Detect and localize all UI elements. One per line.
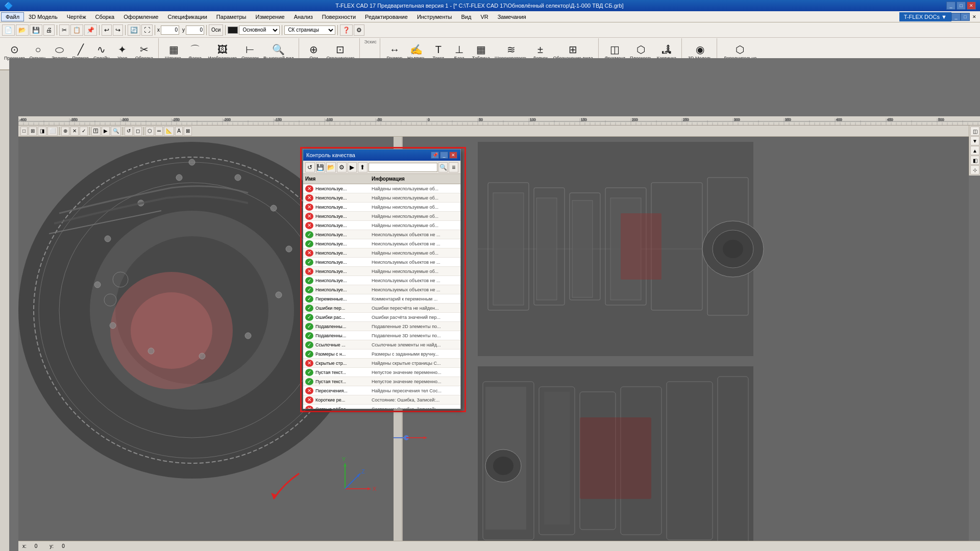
qdlg-play-button[interactable]: ▶ <box>348 162 357 172</box>
style-dropdown[interactable]: Основной <box>239 26 280 35</box>
vt-btn-8[interactable]: ⚿ <box>91 127 101 136</box>
vt-btn-11[interactable]: ↺ <box>125 127 133 136</box>
menu-file[interactable]: Файл <box>1 12 24 21</box>
menu-measure[interactable]: Измерение <box>251 12 289 21</box>
qdlg-search-button[interactable]: 🔍 <box>438 162 448 172</box>
settings-button[interactable]: ⚙ <box>354 24 364 36</box>
qdlg-filter-button[interactable]: ≡ <box>449 162 458 172</box>
rp-btn-1[interactable]: ◫ <box>970 127 979 136</box>
paste-button[interactable]: 📌 <box>84 24 97 36</box>
cut-button[interactable]: ✂ <box>59 24 69 36</box>
main-close[interactable]: ✕ <box>970 13 979 21</box>
dialog-pin-button[interactable]: 📌 <box>431 152 439 159</box>
quality-row-11[interactable]: ✓Неиспользуе...Неиспользуемых объектов н… <box>303 285 460 294</box>
y-input[interactable] <box>186 26 204 35</box>
quality-row-0[interactable]: ✕Неиспользуе...Найдены неиспользуемые об… <box>303 184 460 193</box>
menu-vr[interactable]: VR <box>476 12 493 21</box>
menu-assembly[interactable]: Сборка <box>91 12 119 21</box>
vt-btn-16[interactable]: A <box>175 127 183 136</box>
vt-btn-9[interactable]: ▶ <box>102 127 110 136</box>
undo-button[interactable]: ↩ <box>102 24 112 36</box>
quality-row-12[interactable]: ✓Переменные...Комментарий к переменным .… <box>303 294 460 304</box>
tflex-docs-tray[interactable]: T-FLEX DOCs ▼ <box>899 12 951 21</box>
quality-row-19[interactable]: ✕Скрытые стр...Найдены скрытые страницы … <box>303 359 460 368</box>
copy-button[interactable]: 📋 <box>70 24 83 36</box>
rp-btn-2[interactable]: ▼ <box>970 136 979 145</box>
view-refresh[interactable]: 🔄 <box>128 24 140 36</box>
dialog-close-button[interactable]: ✕ <box>449 152 457 159</box>
main-minimize[interactable]: _ <box>951 13 961 21</box>
quality-row-17[interactable]: ✓Ссылочные ...Ссылочные элементы не найд… <box>303 340 460 349</box>
quality-row-8[interactable]: ✓Неиспользуе...Неиспользуемых объектов н… <box>303 258 460 267</box>
print-button[interactable]: 🖨 <box>43 24 55 36</box>
qdlg-refresh-button[interactable]: ↺ <box>305 162 315 172</box>
quality-row-22[interactable]: ✕Пересечения...Найдены пересечения тел С… <box>303 386 460 395</box>
minimize-button[interactable]: _ <box>946 2 955 10</box>
open-button[interactable]: 📂 <box>16 24 29 36</box>
quality-row-1[interactable]: ✕Неиспользуе...Найдены неиспользуемые об… <box>303 193 460 203</box>
quality-row-2[interactable]: ✕Неиспользуе...Найдены неиспользуемые об… <box>303 203 460 212</box>
quality-row-5[interactable]: ✓Неиспользуе...Неиспользуемых объектов н… <box>303 230 460 239</box>
vt-btn-4[interactable]: ⬜ <box>47 127 58 136</box>
vt-btn-3[interactable]: ◨ <box>38 127 46 136</box>
vt-btn-2[interactable]: ⊞ <box>29 127 37 136</box>
quality-row-21[interactable]: ✓Пустая текст...Непустое значение переме… <box>303 377 460 386</box>
x-input[interactable] <box>161 26 179 35</box>
quality-row-10[interactable]: ✓Неиспользуе...Неиспользуемых объектов н… <box>303 276 460 285</box>
quality-row-18[interactable]: ✓Размеры с н...Размеры с заданными вручн… <box>303 349 460 359</box>
color-swatch[interactable] <box>228 27 238 34</box>
new-button[interactable]: 📄 <box>2 24 15 36</box>
help-button[interactable]: ❓ <box>340 24 353 36</box>
quality-row-24[interactable]: ✕Острые рёбраСостояние: Ошибка, Записей:… <box>303 405 460 409</box>
rp-btn-3[interactable]: ▲ <box>970 146 979 155</box>
qdlg-export-button[interactable]: ⬆ <box>358 162 368 172</box>
menu-params[interactable]: Параметры <box>212 12 251 21</box>
quality-row-7[interactable]: ✕Неиспользуе...Найдены неиспользуемые об… <box>303 248 460 258</box>
rp-btn-5[interactable]: ⊹ <box>970 165 979 174</box>
quality-row-20[interactable]: ✓Пустая текст...Непустое значение переме… <box>303 368 460 377</box>
menu-analysis[interactable]: Анализ <box>289 12 317 21</box>
menu-edit[interactable]: Редактирование <box>360 12 412 21</box>
zoom-fit[interactable]: ⛶ <box>141 24 153 36</box>
vt-btn-7[interactable]: ✓ <box>80 127 88 136</box>
save-button[interactable]: 💾 <box>30 24 42 36</box>
menu-surfaces[interactable]: Поверхности <box>317 12 360 21</box>
vt-btn-5[interactable]: ⊕ <box>61 127 69 136</box>
quality-row-23[interactable]: ✕Короткие ре...Состояние: Ошибка, Записе… <box>303 395 460 405</box>
dialog-minimize-button[interactable]: _ <box>440 152 448 159</box>
vt-btn-1[interactable]: □ <box>20 127 28 136</box>
vt-btn-14[interactable]: ═ <box>155 127 163 136</box>
axes-button[interactable]: Оси <box>209 24 223 36</box>
vt-btn-15[interactable]: 📐 <box>164 127 174 136</box>
qdlg-search-input[interactable] <box>369 163 437 172</box>
qdlg-settings-button[interactable]: ⚙ <box>337 162 347 172</box>
vt-btn-6[interactable]: ✕ <box>70 127 79 136</box>
qdlg-save-button[interactable]: 💾 <box>316 162 326 172</box>
coord-dropdown[interactable]: СК страницы <box>284 26 335 35</box>
rp-btn-4[interactable]: ◧ <box>970 156 979 165</box>
quality-row-6[interactable]: ✓Неиспользуе...Неиспользуемых объектов н… <box>303 239 460 248</box>
menu-specs[interactable]: Спецификации <box>163 12 211 21</box>
menu-notes[interactable]: Замечания <box>493 12 531 21</box>
menu-format[interactable]: Оформление <box>119 12 163 21</box>
quality-row-9[interactable]: ✕Неиспользуе...Найдены неиспользуемые об… <box>303 267 460 276</box>
vt-btn-10[interactable]: 🔍 <box>111 127 121 136</box>
quality-row-15[interactable]: ✓Подавленны...Подавленные 2D элементы по… <box>303 322 460 331</box>
menu-tools[interactable]: Инструменты <box>412 12 457 21</box>
qdlg-open-button[interactable]: 📂 <box>326 162 336 172</box>
maximize-button[interactable]: □ <box>957 2 966 10</box>
main-maximize[interactable]: □ <box>961 13 970 21</box>
menu-drawing[interactable]: Чертёж <box>62 12 91 21</box>
close-button[interactable]: ✕ <box>967 2 976 10</box>
menu-3dmodel[interactable]: 3D Модель <box>24 12 62 21</box>
quality-row-16[interactable]: ✓Подавленны...Подавленные 3D элементы по… <box>303 331 460 340</box>
quality-list[interactable]: ✕Неиспользуе...Найдены неиспользуемые об… <box>303 184 460 409</box>
vt-btn-13[interactable]: ⬡ <box>145 127 154 136</box>
quality-row-13[interactable]: ✓Ошибки пер...Ошибки пересчёта не найден… <box>303 304 460 313</box>
quality-row-4[interactable]: ✕Неиспользуе...Найдены неиспользуемые об… <box>303 221 460 230</box>
quality-row-14[interactable]: ✓Ошибки рас...Ошибки расчёта значений пе… <box>303 313 460 322</box>
menu-view[interactable]: Вид <box>456 12 476 21</box>
vt-btn-17[interactable]: ⊠ <box>184 127 192 136</box>
vt-btn-12[interactable]: ◻ <box>134 127 142 136</box>
quality-row-3[interactable]: ✕Неиспользуе...Найдены неиспользуемые об… <box>303 212 460 221</box>
